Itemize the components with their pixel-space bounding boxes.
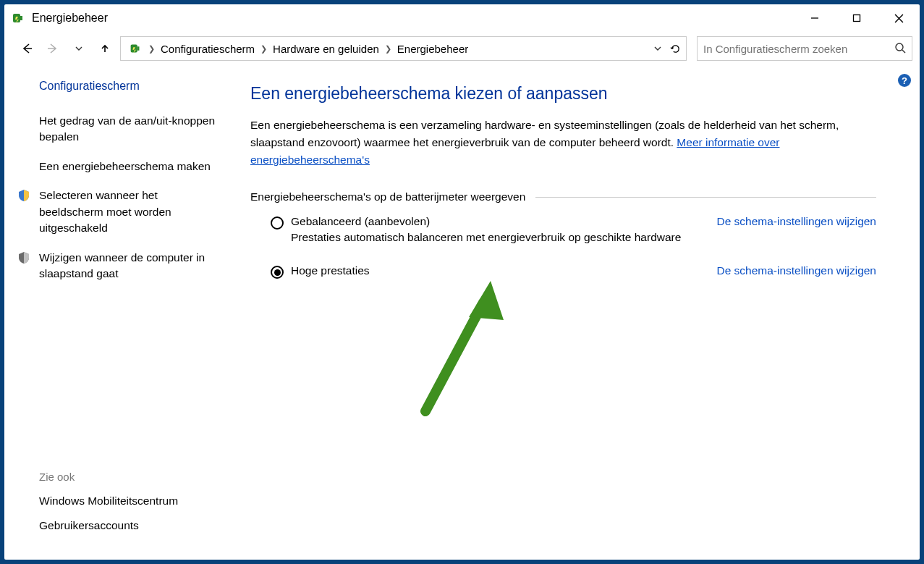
window: Energiebeheer: [4, 4, 920, 560]
forward-button[interactable]: [42, 38, 64, 59]
chevron-right-icon[interactable]: ❯: [260, 44, 267, 54]
change-plan-settings-link[interactable]: De schema-instellingen wijzigen: [716, 215, 876, 228]
plan-name[interactable]: Gebalanceerd (aanbevolen): [291, 215, 702, 228]
refresh-button[interactable]: [667, 43, 683, 54]
svg-rect-7: [137, 46, 140, 50]
window-title: Energiebeheer: [32, 12, 108, 25]
plan-radio-balanced[interactable]: [271, 216, 284, 230]
history-dropdown[interactable]: [68, 38, 90, 59]
back-button[interactable]: [16, 38, 38, 59]
breadcrumb-item[interactable]: Energiebeheer: [393, 43, 472, 55]
chevron-right-icon[interactable]: ❯: [385, 44, 391, 54]
control-panel-home-link[interactable]: Configuratiescherm: [39, 80, 221, 93]
main-content: Een energiebeheerschema kiezen of aanpas…: [229, 80, 920, 560]
group-header-label: Energiebeheerschema's op de batterijmete…: [250, 190, 525, 203]
svg-rect-1: [20, 16, 22, 20]
plan-row-high-performance: Hoge prestaties De schema-instellingen w…: [250, 264, 876, 279]
breadcrumb-item[interactable]: Configuratiescherm: [156, 43, 259, 55]
address-bar[interactable]: ❯ Configuratiescherm ❯ Hardware en gelui…: [120, 36, 687, 61]
up-button[interactable]: [94, 38, 116, 59]
search-input[interactable]: [703, 43, 894, 55]
breadcrumb-item[interactable]: Hardware en geluiden: [268, 43, 383, 55]
page-heading: Een energiebeheerschema kiezen of aanpas…: [250, 84, 876, 104]
svg-point-8: [896, 43, 903, 51]
body: Configuratiescherm Het gedrag van de aan…: [4, 65, 920, 560]
page-description: Een energiebeheerschema is een verzameli…: [250, 117, 865, 169]
maximize-button[interactable]: [836, 4, 878, 32]
search-box[interactable]: [697, 36, 912, 61]
plan-name[interactable]: Hoge prestaties: [291, 264, 702, 277]
svg-rect-3: [854, 15, 860, 22]
group-header: Energiebeheerschema's op de batterijmete…: [250, 190, 876, 203]
annotation-arrow: [411, 274, 512, 418]
chevron-right-icon[interactable]: ❯: [148, 44, 155, 54]
sidebar-link-power-buttons[interactable]: Het gedrag van de aan/uit-knoppen bepale…: [39, 113, 221, 146]
plan-group: Energiebeheerschema's op de batterijmete…: [250, 190, 876, 279]
address-bar-icon: [127, 40, 144, 57]
sidebar-link-label: Selecteren wanneer het beeldscherm moet …: [39, 189, 171, 234]
navigation-bar: ❯ Configuratiescherm ❯ Hardware en gelui…: [4, 32, 920, 65]
close-button[interactable]: [878, 4, 920, 32]
search-icon[interactable]: [894, 42, 906, 56]
see-also-header: Zie ook: [39, 471, 221, 483]
change-plan-settings-link[interactable]: De schema-instellingen wijzigen: [716, 264, 876, 277]
shield-icon: [17, 251, 30, 264]
plan-description: Prestaties automatisch balanceren met en…: [291, 231, 702, 244]
sidebar-link-label: Wijzigen wanneer de computer in slaapsta…: [39, 251, 205, 279]
address-bar-dropdown[interactable]: [650, 44, 666, 53]
titlebar: Energiebeheer: [4, 4, 920, 32]
plan-radio-high-performance[interactable]: [271, 266, 284, 279]
sidebar-link-create-plan[interactable]: Een energiebeheerschema maken: [39, 159, 221, 174]
sidebar-link-display-off[interactable]: Selecteren wanneer het beeldscherm moet …: [39, 188, 221, 236]
app-icon: [10, 10, 26, 26]
plan-row-balanced: Gebalanceerd (aanbevolen) Prestaties aut…: [250, 215, 876, 244]
see-also-user-accounts[interactable]: Gebruikersaccounts: [39, 519, 221, 532]
sidebar-link-sleep[interactable]: Wijzigen wanneer de computer in slaapsta…: [39, 250, 221, 282]
divider: [535, 197, 876, 198]
see-also-mobility-center[interactable]: Windows Mobiliteitscentrum: [39, 494, 221, 508]
svg-line-9: [902, 50, 905, 53]
sidebar: Configuratiescherm Het gedrag van de aan…: [4, 80, 229, 560]
shield-icon: [17, 189, 30, 202]
minimize-button[interactable]: [794, 4, 836, 32]
